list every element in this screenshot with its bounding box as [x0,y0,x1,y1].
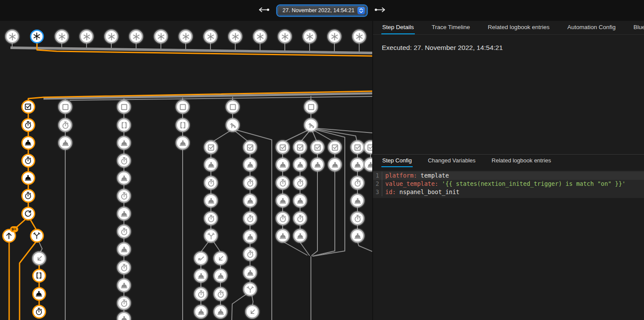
graph-node-asterisk[interactable] [5,30,19,43]
graph-node-service[interactable] [293,194,307,208]
graph-node-check-box[interactable] [293,140,307,154]
graph-node-arrow-down-left[interactable] [214,251,227,265]
graph-node-check-box[interactable] [204,140,218,154]
graph-node-blank-box[interactable] [176,100,190,114]
graph-node-timer[interactable] [32,305,46,319]
graph-node-arrow-up[interactable]: 9+ [2,229,16,243]
graph-node-service[interactable] [204,158,218,172]
graph-node-brackets[interactable] [117,118,131,132]
tab-related-logbook-entries[interactable]: Related logbook entries [491,155,552,167]
graph-node-timer[interactable] [243,211,257,225]
graph-node-asterisk[interactable] [303,30,317,43]
yaml-code-editor[interactable]: 1platform: template2value_template: '{{ … [373,171,644,198]
graph-node-decision[interactable] [304,118,318,132]
graph-node-timer[interactable] [21,118,35,132]
graph-node-arrow-down-left[interactable] [245,305,259,319]
tab-automation-config[interactable]: Automation Config [567,21,617,34]
graph-node-timer[interactable] [204,211,218,225]
tab-blueprint-config[interactable]: Blueprint Config [633,21,644,34]
graph-node-blank-box[interactable] [226,100,240,114]
graph-node-asterisk[interactable] [80,30,93,43]
graph-node-timer[interactable] [21,154,35,168]
tab-related-logbook-entries[interactable]: Related logbook entries [487,21,551,34]
graph-node-service[interactable] [117,207,131,221]
graph-node-check-arrow[interactable] [194,251,208,265]
graph-node-service[interactable] [117,171,131,185]
trace-select[interactable]: 27. November 2022, 14:54:21 [277,6,367,16]
graph-node-timer[interactable] [350,176,364,190]
graph-node-service[interactable] [214,269,227,283]
tab-step-config[interactable]: Step Config [381,155,413,167]
graph-node-blank-box[interactable] [58,100,72,114]
graph-node-timer[interactable] [117,224,131,238]
graph-node-asterisk[interactable] [228,30,242,43]
graph-node-service[interactable] [117,242,131,256]
graph-node-service[interactable] [117,136,131,150]
graph-node-timer[interactable] [243,247,257,261]
graph-node-service[interactable] [243,230,257,244]
tab-trace-timeline[interactable]: Trace Timeline [431,21,471,34]
graph-node-arrow-down-left[interactable] [32,251,46,265]
graph-node-timer[interactable] [214,287,227,301]
graph-node-split[interactable] [30,229,44,243]
graph-node-timer[interactable] [117,189,131,203]
graph-node-timer[interactable] [21,189,35,203]
graph-node-service[interactable] [21,171,35,185]
graph-node-asterisk[interactable] [352,30,366,43]
graph-node-service[interactable] [243,266,257,280]
graph-node-timer[interactable] [117,154,131,168]
graph-node-service[interactable] [293,229,307,243]
graph-node-service[interactable] [204,194,218,208]
graph-node-timer[interactable] [194,287,208,301]
graph-node-timer[interactable] [293,176,307,190]
next-trace-button[interactable] [373,5,388,16]
graph-node-service[interactable] [350,158,364,172]
graph-node-service[interactable] [350,194,364,208]
graph-node-timer[interactable] [117,261,131,274]
graph-node-split[interactable] [204,229,218,243]
graph-node-timer[interactable] [204,176,218,190]
graph-node-asterisk[interactable] [129,30,143,43]
tab-step-details[interactable]: Step Details [381,21,415,34]
graph-node-timer[interactable] [117,296,131,310]
graph-node-timer[interactable] [276,211,290,225]
graph-node-service[interactable] [243,158,257,172]
graph-node-service[interactable] [214,305,227,319]
graph-node-service[interactable] [194,305,208,319]
graph-node-timer[interactable] [276,176,290,190]
graph-node-service[interactable] [328,158,342,172]
graph-node-service[interactable] [350,229,364,243]
tab-changed-variables[interactable]: Changed Variables [427,155,477,167]
graph-node-timer[interactable] [293,211,307,225]
graph-node-blank-box[interactable] [304,100,318,114]
graph-node-check-box[interactable] [276,140,290,154]
graph-node-timer[interactable] [350,211,364,225]
graph-node-asterisk[interactable] [179,30,193,43]
graph-node-asterisk[interactable] [30,30,44,43]
graph-node-service[interactable] [276,158,290,172]
graph-node-service[interactable] [176,136,190,150]
graph-node-asterisk[interactable] [154,30,168,43]
graph-node-brackets[interactable] [32,269,46,283]
graph-node-check-box[interactable] [328,140,342,154]
graph-node-service[interactable] [293,158,307,172]
graph-node-brackets[interactable] [176,118,190,132]
graph-node-service[interactable] [21,136,35,150]
graph-node-check-box[interactable] [243,140,257,154]
graph-node-asterisk[interactable] [253,30,267,43]
graph-node-timer[interactable] [243,176,257,190]
graph-node-service[interactable] [243,194,257,208]
graph-node-asterisk[interactable] [204,30,217,43]
graph-node-blank-box[interactable] [117,100,131,114]
graph-node-check-box[interactable] [310,140,324,154]
graph-node-check-box[interactable] [350,140,364,154]
previous-trace-button[interactable] [256,5,271,16]
graph-node-split[interactable] [243,282,257,296]
graph-node-service[interactable] [117,278,131,292]
graph-node-service[interactable] [58,136,72,150]
graph-node-decision[interactable] [226,118,240,132]
graph-node-service[interactable] [194,269,208,283]
graph-node-asterisk[interactable] [55,30,69,43]
graph-node-service[interactable] [276,229,290,243]
graph-node-service[interactable] [32,287,46,301]
